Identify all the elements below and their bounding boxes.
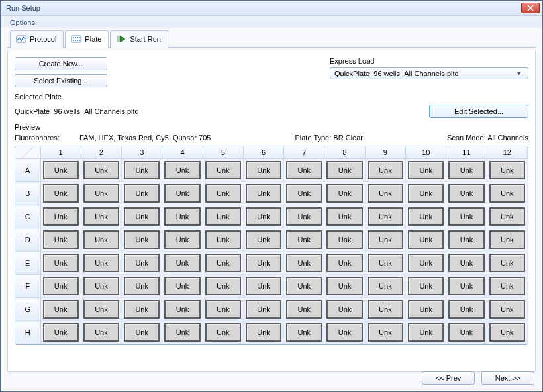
plate-corner-cell[interactable] <box>15 146 40 159</box>
well-cell[interactable]: Unk <box>83 254 119 272</box>
create-new-button[interactable]: Create New... <box>15 57 107 70</box>
well-cell[interactable]: Unk <box>164 254 200 272</box>
well-cell[interactable]: Unk <box>205 300 241 318</box>
column-header[interactable]: 10 <box>406 146 446 159</box>
well-cell[interactable]: Unk <box>368 161 403 179</box>
express-load-combo[interactable]: QuickPlate_96 wells_All Channels.pltd ▾ <box>330 67 528 79</box>
well-cell[interactable]: Unk <box>164 184 200 203</box>
well-cell[interactable]: Unk <box>83 207 119 226</box>
well-cell[interactable]: Unk <box>286 254 322 272</box>
well-cell[interactable]: Unk <box>408 184 444 203</box>
next-button[interactable]: Next >> <box>481 371 534 385</box>
well-cell[interactable]: Unk <box>448 254 484 272</box>
well-cell[interactable]: Unk <box>124 300 160 318</box>
well-cell[interactable]: Unk <box>164 300 200 318</box>
row-header[interactable]: E <box>15 252 40 275</box>
menu-options[interactable]: Options <box>10 19 35 26</box>
well-cell[interactable]: Unk <box>368 254 403 272</box>
well-cell[interactable]: Unk <box>205 254 241 272</box>
well-cell[interactable]: Unk <box>489 207 525 226</box>
column-header[interactable]: 11 <box>446 146 487 159</box>
well-cell[interactable]: Unk <box>326 300 362 318</box>
well-cell[interactable]: Unk <box>408 254 444 272</box>
well-cell[interactable]: Unk <box>368 323 403 342</box>
well-cell[interactable]: Unk <box>326 184 362 203</box>
well-cell[interactable]: Unk <box>205 323 241 342</box>
well-cell[interactable]: Unk <box>43 254 79 272</box>
well-cell[interactable]: Unk <box>124 207 160 226</box>
well-cell[interactable]: Unk <box>489 184 525 203</box>
well-cell[interactable]: Unk <box>246 254 281 272</box>
well-cell[interactable]: Unk <box>83 300 119 318</box>
row-header[interactable]: D <box>15 228 40 252</box>
well-cell[interactable]: Unk <box>408 323 444 342</box>
row-header[interactable]: B <box>15 182 40 205</box>
well-cell[interactable]: Unk <box>326 207 362 226</box>
well-cell[interactable]: Unk <box>326 254 362 272</box>
well-cell[interactable]: Unk <box>368 230 403 249</box>
select-existing-button[interactable]: Select Existing... <box>15 74 107 87</box>
well-cell[interactable]: Unk <box>205 207 241 226</box>
well-cell[interactable]: Unk <box>205 230 241 249</box>
well-cell[interactable]: Unk <box>164 161 200 179</box>
well-cell[interactable]: Unk <box>43 300 79 318</box>
well-cell[interactable]: Unk <box>326 161 362 179</box>
well-cell[interactable]: Unk <box>246 184 281 203</box>
well-cell[interactable]: Unk <box>83 184 119 203</box>
well-cell[interactable]: Unk <box>408 300 444 318</box>
well-cell[interactable]: Unk <box>43 161 79 179</box>
well-cell[interactable]: Unk <box>83 323 119 342</box>
well-cell[interactable]: Unk <box>448 230 484 249</box>
column-header[interactable]: 1 <box>40 146 81 159</box>
well-cell[interactable]: Unk <box>489 254 525 272</box>
row-header[interactable]: A <box>15 159 40 182</box>
well-cell[interactable]: Unk <box>246 300 281 318</box>
well-cell[interactable]: Unk <box>124 230 160 249</box>
well-cell[interactable]: Unk <box>83 161 119 179</box>
well-cell[interactable]: Unk <box>124 161 160 179</box>
close-button[interactable] <box>521 3 540 13</box>
well-cell[interactable]: Unk <box>448 184 484 203</box>
well-cell[interactable]: Unk <box>286 323 322 342</box>
well-cell[interactable]: Unk <box>205 184 241 203</box>
well-cell[interactable]: Unk <box>246 277 281 295</box>
column-header[interactable]: 7 <box>284 146 324 159</box>
row-header[interactable]: F <box>15 275 40 298</box>
well-cell[interactable]: Unk <box>246 207 281 226</box>
well-cell[interactable]: Unk <box>489 230 525 249</box>
well-cell[interactable]: Unk <box>489 277 525 295</box>
tab-plate[interactable]: Plate <box>65 30 109 48</box>
column-header[interactable]: 2 <box>81 146 121 159</box>
well-cell[interactable]: Unk <box>246 323 281 342</box>
well-cell[interactable]: Unk <box>408 161 444 179</box>
column-header[interactable]: 5 <box>203 146 243 159</box>
well-cell[interactable]: Unk <box>326 323 362 342</box>
tab-start-run[interactable]: Start Run <box>110 30 168 48</box>
edit-selected-button[interactable]: Edit Selected... <box>429 105 528 118</box>
well-cell[interactable]: Unk <box>124 254 160 272</box>
well-cell[interactable]: Unk <box>164 207 200 226</box>
tab-protocol[interactable]: Protocol <box>10 30 64 48</box>
column-header[interactable]: 9 <box>365 146 405 159</box>
prev-button[interactable]: << Prev <box>422 371 475 385</box>
well-cell[interactable]: Unk <box>205 277 241 295</box>
well-cell[interactable]: Unk <box>43 207 79 226</box>
well-cell[interactable]: Unk <box>164 323 200 342</box>
well-cell[interactable]: Unk <box>124 277 160 295</box>
well-cell[interactable]: Unk <box>326 230 362 249</box>
well-cell[interactable]: Unk <box>83 230 119 249</box>
well-cell[interactable]: Unk <box>286 230 322 249</box>
well-cell[interactable]: Unk <box>489 161 525 179</box>
well-cell[interactable]: Unk <box>408 230 444 249</box>
column-header[interactable]: 3 <box>122 146 162 159</box>
well-cell[interactable]: Unk <box>286 207 322 226</box>
well-cell[interactable]: Unk <box>286 277 322 295</box>
well-cell[interactable]: Unk <box>43 230 79 249</box>
well-cell[interactable]: Unk <box>368 184 403 203</box>
well-cell[interactable]: Unk <box>448 161 484 179</box>
well-cell[interactable]: Unk <box>489 323 525 342</box>
well-cell[interactable]: Unk <box>246 161 281 179</box>
well-cell[interactable]: Unk <box>326 277 362 295</box>
well-cell[interactable]: Unk <box>448 300 484 318</box>
well-cell[interactable]: Unk <box>368 300 403 318</box>
